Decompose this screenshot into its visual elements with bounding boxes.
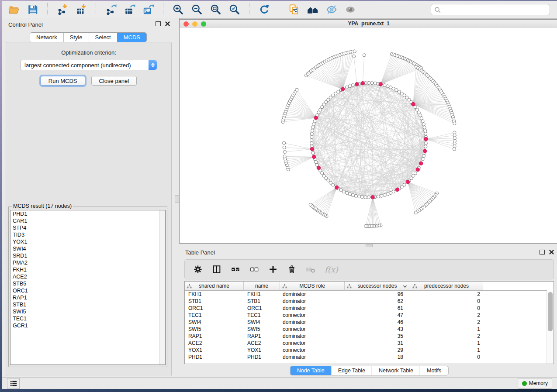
control-panel: Control Panel Network Style Select MCDS …	[2, 18, 174, 377]
tab-network[interactable]: Network	[30, 33, 63, 42]
function-builder-button: f(x)	[325, 265, 338, 274]
mcds-result-item[interactable]: TEC1	[10, 315, 159, 322]
export-network-icon	[105, 4, 117, 15]
mcds-result-item[interactable]: PMA2	[10, 259, 159, 266]
main-toolbar	[2, 1, 557, 19]
table-row[interactable]: SWI4SWI4dominator462	[185, 319, 547, 326]
delete-table-disabled-button[interactable]	[306, 265, 315, 274]
optimization-criterion-select[interactable]: largest connected component (undirected)	[20, 60, 157, 70]
add-column-button[interactable]	[268, 265, 278, 274]
mcds-result-item[interactable]: TID3	[10, 231, 159, 238]
mcds-result-item[interactable]: GCR1	[10, 322, 159, 329]
table-cell-name: TEC1	[244, 312, 280, 319]
zoom-selected-button[interactable]	[228, 3, 241, 16]
float-panel-icon[interactable]	[156, 21, 161, 26]
save-button[interactable]	[26, 3, 39, 16]
zoom-out-button[interactable]	[190, 3, 204, 16]
mcds-result-item[interactable]: PHD1	[10, 210, 159, 217]
panel-divider-horizontal[interactable]	[179, 244, 557, 247]
tab-style[interactable]: Style	[63, 33, 89, 42]
divider-grip[interactable]	[175, 195, 179, 203]
table-cell-predecessor_nodes: 0	[410, 354, 483, 361]
export-image-button[interactable]	[142, 3, 155, 16]
table-cell-name: PHD1	[244, 354, 280, 361]
table-row[interactable]: TEC1TEC1connector472	[185, 312, 547, 319]
select-all-button[interactable]	[231, 265, 240, 274]
delete-column-button[interactable]	[287, 265, 297, 274]
import-network-icon	[57, 4, 68, 15]
tab-network-table[interactable]: Network Table	[372, 366, 420, 375]
settings-button[interactable]	[193, 265, 203, 274]
import-table-icon	[76, 4, 87, 15]
hide-selected-button[interactable]	[325, 3, 338, 16]
zoom-in-button[interactable]	[172, 3, 185, 16]
column-header-name[interactable]: name	[244, 282, 280, 291]
table-row[interactable]: SWI5SWI5connector431	[185, 326, 547, 333]
table-row[interactable]: STB1STB1dominator620	[185, 298, 547, 305]
refresh-layout-button[interactable]	[258, 3, 271, 16]
network-graph[interactable]	[180, 28, 557, 243]
open-button[interactable]	[7, 3, 21, 16]
task-history-button[interactable]	[7, 378, 20, 389]
mcds-result-item[interactable]: FKH1	[10, 266, 159, 273]
table-header-row: shared name name MCDS role successor nod…	[185, 282, 547, 291]
search-box[interactable]	[431, 4, 550, 15]
scrollbar-thumb[interactable]	[548, 292, 553, 331]
mcds-result-item[interactable]: YOX1	[10, 238, 159, 245]
network-window-titlebar[interactable]: YPA_prune.txt_1	[180, 20, 557, 28]
column-header-shared-name[interactable]: shared name	[185, 282, 244, 291]
mcds-result-item[interactable]: ORC1	[10, 287, 159, 294]
table-row[interactable]: ACE2ACE2connector311	[185, 340, 547, 347]
mcds-result-item[interactable]: STB1	[10, 301, 159, 308]
mcds-result-item[interactable]: STB5	[10, 280, 159, 287]
table-cell-predecessor_nodes: 1	[410, 340, 483, 347]
close-panel-button[interactable]: Close panel	[91, 76, 137, 86]
tab-edge-table[interactable]: Edge Table	[331, 366, 372, 375]
split-panel-icon	[212, 265, 221, 274]
close-panel-icon[interactable]	[165, 21, 170, 26]
table-row[interactable]: FKH1FKH1dominator962	[185, 291, 547, 298]
mcds-result-item[interactable]: CAR1	[10, 217, 159, 224]
column-type-icon	[347, 284, 352, 289]
memory-label: Memory	[529, 380, 548, 386]
mcds-result-scrollbar[interactable]	[159, 210, 165, 364]
show-all-button[interactable]	[344, 3, 357, 16]
run-mcds-button[interactable]: Run MCDS	[41, 76, 85, 86]
tab-motifs[interactable]: Motifs	[420, 366, 448, 375]
select-all-icon	[231, 265, 240, 274]
column-header-successor-nodes[interactable]: successor nodes	[345, 282, 410, 291]
table-row[interactable]: PHD1PHD1dominator180	[185, 354, 547, 361]
zoom-fit-button[interactable]	[209, 3, 222, 16]
first-neighbors-button[interactable]	[306, 3, 319, 16]
deselect-all-button[interactable]	[249, 265, 259, 274]
table-row[interactable]: RAP1RAP1dominator352	[185, 333, 547, 340]
table-row[interactable]: ORC1ORC1dominator610	[185, 305, 547, 312]
export-table-button[interactable]	[123, 3, 136, 16]
split-panel-button[interactable]	[212, 265, 221, 274]
float-table-panel-icon[interactable]	[540, 250, 545, 254]
import-network-button[interactable]	[56, 3, 69, 16]
new-network-from-selection-button[interactable]	[287, 3, 301, 16]
tab-mcds[interactable]: MCDS	[117, 33, 146, 42]
import-table-button[interactable]	[75, 3, 88, 16]
search-input[interactable]	[443, 5, 550, 14]
mcds-result-item[interactable]: ACE2	[10, 273, 159, 280]
mcds-result-item[interactable]: STP4	[10, 224, 159, 231]
mcds-result-item[interactable]: SWI5	[10, 308, 159, 315]
tab-select[interactable]: Select	[89, 33, 117, 42]
sort-descending-icon[interactable]	[403, 285, 407, 288]
export-network-button[interactable]	[104, 3, 118, 16]
close-table-panel-icon[interactable]	[549, 250, 554, 254]
table-row[interactable]: YOX1YOX1connector291	[185, 347, 547, 354]
mcds-result-item[interactable]: SRD1	[10, 252, 159, 259]
column-header-mcds-role[interactable]: MCDS role	[280, 282, 345, 291]
column-header-predecessor-nodes[interactable]: predecessor nodes	[410, 282, 483, 291]
memory-button[interactable]: Memory	[518, 378, 552, 389]
table-cell-successor_nodes: 43	[345, 326, 410, 333]
table-scrollbar[interactable]	[547, 291, 554, 364]
tab-node-table[interactable]: Node Table	[291, 366, 331, 375]
table-cell-shared_name: ORC1	[185, 305, 244, 312]
network-canvas[interactable]	[180, 28, 557, 243]
mcds-result-item[interactable]: RAP1	[10, 294, 159, 301]
mcds-result-item[interactable]: SWI4	[10, 245, 159, 252]
